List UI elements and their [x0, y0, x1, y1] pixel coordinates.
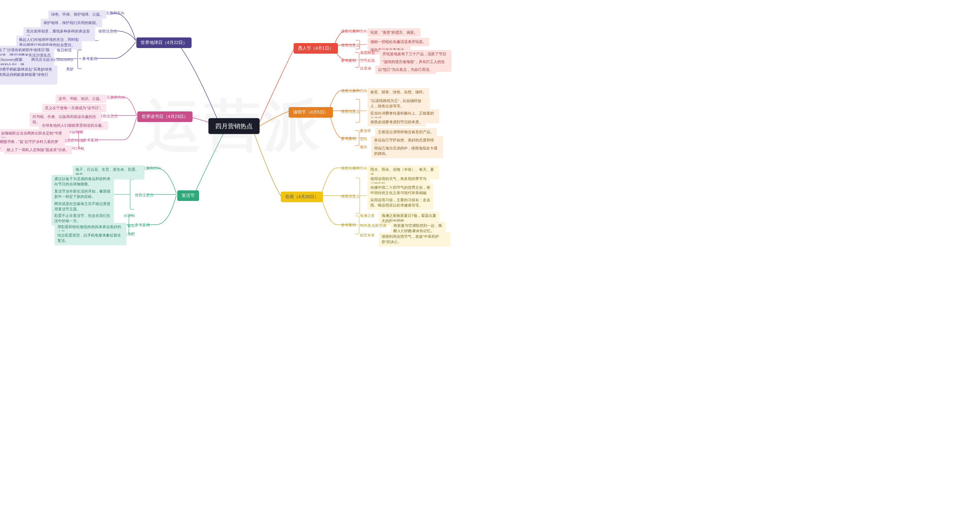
guyu-case-2-desc: 借势利用谷雨节气，发扬"中草药护肤"的决心。	[379, 232, 450, 247]
qingming-cases-label: 参考案例	[341, 136, 356, 142]
book-case-2-desc: 献上了一期私人定制版"圆桌派"访谈。	[4, 146, 72, 154]
easter-tip-0: 通过以兔子为灵感的食品和饮料来向节日的吉祥物致敬。	[51, 175, 114, 189]
book-tips-label: 借势注意点	[99, 114, 118, 119]
earth-tip-0: 保护地球，保护我们共同的家园。	[41, 19, 102, 27]
fools-case-2-name: 比亚迪	[360, 66, 371, 71]
branch-fools: 愚人节（4月1日）	[294, 43, 338, 54]
book-cases-label: 参考案例	[83, 138, 98, 143]
easter-case-1-name: 索尼	[127, 223, 135, 228]
qingming-tip-0: "以温情路线为主"，比如缅怀故人，踏青出游等等。	[368, 97, 430, 111]
earth-case-2-name: 奥妙	[66, 67, 74, 72]
guyu-tip-2: 采用谷雨习俗，主要的习俗有：走谷雨、喝谷雨茶以祈求健康等等。	[368, 196, 433, 210]
fools-case-2-desc: 以"悦己"为出发点，为自己而活。	[375, 65, 436, 74]
qingming-case-0-desc: 主推适合清明和饱含春意的产品。	[375, 128, 437, 136]
book-elements: 读书、书籍、知识、公益。	[56, 95, 106, 103]
qingming-case-0-name: 麦当劳	[360, 128, 371, 134]
branch-guyu: 谷雨（4月20日）	[281, 192, 323, 202]
fools-elements: 玩笑、"善意"的谎言、搞笑。	[368, 29, 421, 37]
qingming-case-2-name: 海尔	[360, 145, 367, 150]
guyu-case-1-name: AUX奥克斯空调	[360, 223, 386, 228]
branch-easter: 复活节	[177, 190, 199, 201]
qingming-elements-label: 借势元素和方向	[341, 88, 367, 94]
qingming-elements: 春意、踏青、绿色、自然、缅怀。	[368, 88, 429, 96]
fools-case-0-name: 美团外卖	[360, 50, 375, 56]
book-tip-0: 意义在于使每一天都成为"读书日"。	[42, 104, 107, 112]
branch-book: 世界读书日（4月23日）	[137, 111, 192, 122]
fools-case-1-name: 三只松鼠	[360, 58, 375, 64]
qingming-case-1-name: 立白	[360, 136, 367, 142]
easter-case-2-desc: 结合彩蛋造型，以手机电量来象征新生复活。	[55, 231, 126, 245]
center-node: 四月营销热点	[208, 118, 259, 134]
easter-cases-label: 参考案例	[135, 223, 150, 228]
earth-elements: 绿色、环保、保护地球、公益。	[48, 10, 107, 19]
guyu-cases-label: 参考案例	[341, 223, 356, 228]
earth-case-1-name: 腾讯音乐娱乐x Discovery	[31, 57, 73, 62]
earth-case-2-desc: 奥妙携手蚂蚁森林发起"买奥妙绿色包装商品得蚂蚁森林能量"绿色行动。	[0, 65, 57, 84]
guyu-elements-label: 借势元素和方向	[341, 166, 367, 171]
qingming-tip-2: 借势必须要考虑到节日的本质。	[368, 118, 426, 126]
easter-tip-1: 复活节当作新生活的开始，像迎接新年一样定下新的目标。	[51, 187, 114, 201]
earth-tips-label: 借势注意点	[98, 29, 117, 34]
branch-earth: 世界地球日（4月22日）	[136, 37, 192, 48]
guyu-case-0-name: 海澜之家	[360, 213, 375, 218]
qingming-case-2-desc: 用自己海尔兄弟的IP，借势海报走卡通的路线。	[371, 144, 443, 158]
qingming-tips-label: 借势注意点	[341, 109, 360, 114]
fools-cases-label: 参考案例	[341, 58, 356, 64]
easter-case-0-name: 水密码	[124, 213, 135, 218]
branch-qingming: 清明节（4月5日）	[289, 107, 333, 118]
fools-tips-label: 借势注意点	[341, 43, 360, 48]
guyu-case-2-name: 相宜本草	[360, 233, 375, 238]
fools-elements-label: 借势元素和方向	[341, 29, 367, 34]
book-tip-2: 全球各地的人们都能享受阅读的乐趣。	[39, 121, 108, 130]
earth-case-0-name: 每日鲜语	[57, 48, 72, 53]
easter-tips-label: 借势注意点	[135, 192, 153, 198]
earth-cases-label: 参考案例	[83, 56, 97, 62]
fools-tip-0: 借助一些轻松有趣话语来开玩笑。	[368, 38, 429, 46]
guyu-tips-label: 借势注意点	[341, 194, 360, 199]
